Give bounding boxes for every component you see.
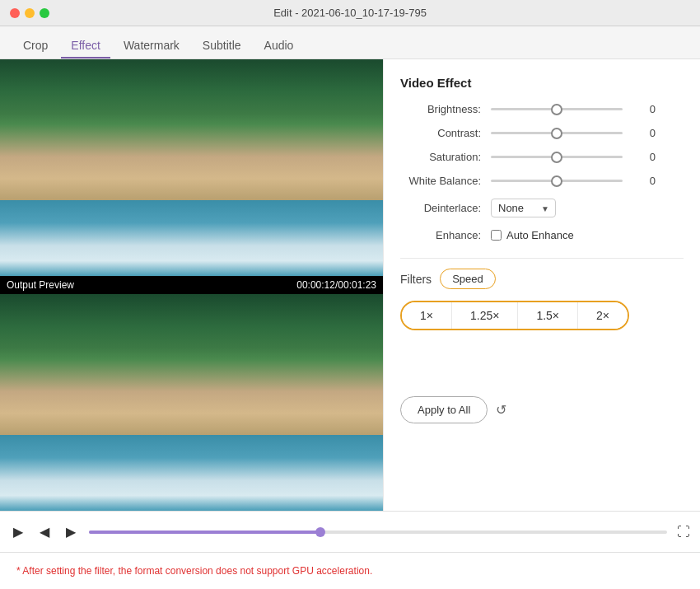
left-panel: Output Preview 00:00:12/00:01:23: [0, 59, 383, 511]
fullscreen-button[interactable]: ⛶: [677, 525, 690, 540]
video-divider: Output Preview 00:00:12/00:01:23: [0, 276, 383, 294]
video-effect-title: Video Effect: [400, 76, 684, 90]
deinterlace-label: Deinterlace:: [400, 202, 491, 214]
video-top-preview: [0, 59, 383, 276]
saturation-value: 0: [631, 151, 656, 163]
warning-text: * After setting the filter, the format c…: [16, 565, 372, 577]
maximize-button[interactable]: [40, 8, 49, 18]
beach-waves-bottom: [0, 435, 383, 511]
contrast-value: 0: [631, 127, 656, 139]
apply-to-all-button[interactable]: Apply to All: [400, 396, 488, 423]
progress-thumb[interactable]: [315, 527, 325, 537]
enhance-row: Enhance: Auto Enhance: [400, 229, 684, 241]
speed-tab-button[interactable]: Speed: [440, 269, 496, 289]
saturation-thumb[interactable]: [551, 152, 562, 163]
progress-fill: [89, 531, 320, 534]
progress-bar[interactable]: [89, 531, 667, 534]
saturation-row: Saturation: 0: [400, 151, 684, 163]
tabbar: Crop Effect Watermark Subtitle Audio: [0, 26, 700, 59]
saturation-label: Saturation:: [400, 151, 491, 163]
filters-header: Filters Speed: [400, 269, 684, 289]
speed-buttons-group: 1× 1.25× 1.5× 2×: [400, 301, 629, 330]
titlebar: Edit - 2021-06-10_10-17-19-795: [0, 0, 700, 26]
speed-1-25x-button[interactable]: 1.25×: [452, 302, 518, 329]
main-content: Output Preview 00:00:12/00:01:23 Video E…: [0, 59, 700, 511]
video-frame-bottom: [0, 294, 383, 511]
contrast-label: Contrast:: [400, 127, 491, 139]
enhance-checkbox-group: Auto Enhance: [491, 229, 574, 241]
output-preview-label: Output Preview: [7, 279, 74, 291]
prev-frame-button[interactable]: ◀: [36, 521, 53, 543]
filters-label: Filters: [400, 273, 432, 286]
tab-crop[interactable]: Crop: [13, 32, 58, 58]
right-panel: Video Effect Brightness: 0 Contrast: 0 S…: [383, 59, 700, 511]
tab-effect[interactable]: Effect: [61, 32, 110, 58]
filters-section: Filters Speed 1× 1.25× 1.5× 2×: [400, 269, 684, 330]
white-balance-row: White Balance: 0: [400, 175, 684, 187]
video-bottom-preview: [0, 294, 383, 511]
white-balance-label: White Balance:: [400, 175, 491, 187]
apply-section: Apply to All ↺: [400, 396, 684, 423]
tab-subtitle[interactable]: Subtitle: [193, 32, 251, 58]
tab-audio[interactable]: Audio: [254, 32, 304, 58]
deinterlace-row: Deinterlace: None Blend Discard ▼: [400, 199, 684, 217]
white-balance-slider[interactable]: [491, 180, 623, 182]
close-button[interactable]: [10, 8, 20, 18]
timecode-display: 00:00:12/00:01:23: [296, 279, 376, 291]
saturation-slider[interactable]: [491, 156, 623, 158]
speed-1x-button[interactable]: 1×: [402, 302, 452, 329]
window-title: Edit - 2021-06-10_10-17-19-795: [273, 7, 427, 19]
speed-2x-button[interactable]: 2×: [578, 302, 628, 329]
minimize-button[interactable]: [25, 8, 35, 18]
auto-enhance-checkbox[interactable]: [491, 230, 502, 241]
enhance-label: Enhance:: [400, 229, 491, 241]
contrast-slider[interactable]: [491, 132, 623, 134]
auto-enhance-label[interactable]: Auto Enhance: [506, 229, 574, 241]
video-frame-top: [0, 59, 383, 276]
deinterlace-select[interactable]: None Blend Discard: [491, 199, 556, 217]
brightness-thumb[interactable]: [551, 104, 562, 115]
contrast-row: Contrast: 0: [400, 127, 684, 139]
brightness-value: 0: [631, 103, 656, 115]
video-controls: ▶ ◀ ▶ ⛶: [0, 511, 700, 552]
deinterlace-wrapper: None Blend Discard ▼: [491, 199, 556, 217]
beach-waves-top: [0, 200, 383, 276]
play-button[interactable]: ▶: [10, 521, 26, 543]
white-balance-value: 0: [631, 175, 656, 187]
speed-1-5x-button[interactable]: 1.5×: [518, 302, 578, 329]
next-frame-button[interactable]: ▶: [63, 521, 79, 543]
contrast-thumb[interactable]: [551, 128, 562, 139]
brightness-slider[interactable]: [491, 108, 623, 110]
brightness-label: Brightness:: [400, 103, 491, 115]
refresh-icon[interactable]: ↺: [496, 402, 506, 418]
brightness-row: Brightness: 0: [400, 103, 684, 115]
traffic-lights: [10, 8, 49, 18]
white-balance-thumb[interactable]: [551, 175, 562, 187]
tab-watermark[interactable]: Watermark: [114, 32, 189, 58]
section-divider: [400, 258, 684, 259]
bottom-bar: * After setting the filter, the format c…: [0, 552, 700, 589]
